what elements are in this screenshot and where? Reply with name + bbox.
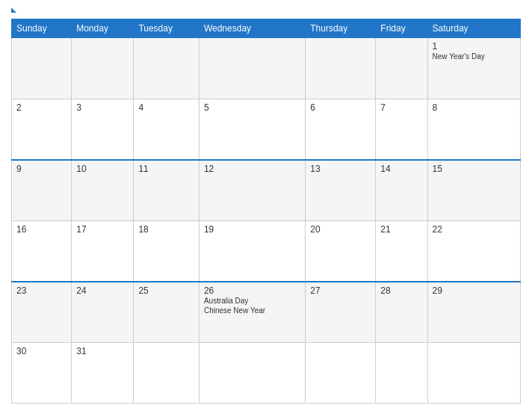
calendar-cell: 27	[306, 282, 376, 343]
weekday-header-monday: Monday	[72, 19, 134, 38]
calendar-cell: 8	[427, 99, 520, 160]
day-number: 10	[76, 164, 129, 174]
week-row-4: 16171819202122	[12, 220, 521, 282]
day-number: 8	[433, 102, 516, 113]
day-number: 26	[204, 285, 300, 296]
day-number: 29	[433, 285, 516, 296]
calendar-cell: 6	[306, 99, 376, 160]
calendar-cell: 13	[306, 160, 376, 221]
day-number: 31	[76, 346, 129, 356]
day-number: 17	[76, 224, 129, 235]
calendar-cell	[427, 342, 520, 404]
calendar-cell: 1New Year's Day	[427, 38, 520, 99]
logo-blue-text	[11, 7, 18, 13]
day-number: 28	[380, 285, 422, 296]
calendar-cell	[199, 38, 305, 99]
calendar-cell: 20	[306, 220, 376, 282]
calendar-header	[11, 7, 521, 13]
day-number: 20	[310, 224, 371, 235]
calendar-cell: 15	[427, 160, 520, 221]
calendar-cell	[12, 38, 72, 99]
calendar-cell	[134, 342, 200, 404]
day-number: 27	[310, 285, 371, 296]
day-number: 19	[204, 224, 300, 235]
weekday-header-tuesday: Tuesday	[134, 19, 200, 38]
calendar-cell	[199, 342, 305, 404]
calendar-cell: 23	[12, 282, 72, 343]
calendar-cell: 28	[376, 282, 427, 343]
calendar-cell: 4	[134, 99, 200, 160]
calendar-container: SundayMondayTuesdayWednesdayThursdayFrid…	[0, 0, 532, 411]
logo-triangle-icon	[11, 7, 16, 13]
day-number: 14	[380, 164, 422, 174]
calendar-cell: 26Australia DayChinese New Year	[199, 282, 305, 343]
calendar-cell: 22	[427, 220, 520, 282]
calendar-cell: 5	[199, 99, 305, 160]
event-label: New Year's Day	[433, 52, 516, 61]
week-row-3: 9101112131415	[12, 160, 521, 221]
weekday-header-thursday: Thursday	[306, 19, 376, 38]
day-number: 9	[16, 164, 66, 174]
calendar-cell: 17	[72, 220, 134, 282]
calendar-cell: 12	[199, 160, 305, 221]
calendar-cell: 24	[72, 282, 134, 343]
day-number: 21	[380, 224, 422, 235]
calendar-cell	[134, 38, 200, 99]
calendar-cell: 19	[199, 220, 305, 282]
week-row-1: 1New Year's Day	[12, 38, 521, 99]
logo	[11, 7, 18, 13]
day-number: 7	[380, 102, 422, 113]
day-number: 23	[16, 285, 66, 296]
calendar-cell: 7	[376, 99, 427, 160]
calendar-cell	[306, 38, 376, 99]
calendar-cell: 10	[72, 160, 134, 221]
calendar-cell: 16	[12, 220, 72, 282]
calendar-cell	[376, 38, 427, 99]
day-number: 3	[76, 102, 129, 113]
week-row-2: 2345678	[12, 99, 521, 160]
day-number: 22	[433, 224, 516, 235]
weekday-header-friday: Friday	[376, 19, 427, 38]
weekday-header-row: SundayMondayTuesdayWednesdayThursdayFrid…	[12, 19, 521, 38]
event-label: Chinese New Year	[204, 306, 300, 315]
calendar-cell	[306, 342, 376, 404]
calendar-cell: 11	[134, 160, 200, 221]
calendar-cell	[376, 342, 427, 404]
week-row-5: 23242526Australia DayChinese New Year272…	[12, 282, 521, 343]
calendar-cell: 21	[376, 220, 427, 282]
calendar-cell: 30	[12, 342, 72, 404]
calendar-cell: 14	[376, 160, 427, 221]
day-number: 2	[16, 102, 66, 113]
day-number: 15	[433, 164, 516, 174]
day-number: 24	[76, 285, 129, 296]
event-label: Australia Day	[204, 296, 300, 306]
day-number: 5	[204, 102, 300, 113]
calendar-cell: 29	[427, 282, 520, 343]
day-number: 12	[204, 164, 300, 174]
weekday-header-sunday: Sunday	[12, 19, 72, 38]
day-number: 18	[138, 224, 194, 235]
day-number: 1	[433, 41, 516, 52]
week-row-6: 3031	[12, 342, 521, 404]
day-number: 11	[138, 164, 194, 174]
day-number: 16	[16, 224, 66, 235]
calendar-cell: 9	[12, 160, 72, 221]
day-number: 4	[138, 102, 194, 113]
calendar-cell: 3	[72, 99, 134, 160]
day-number: 6	[310, 102, 371, 113]
weekday-header-saturday: Saturday	[427, 19, 520, 38]
day-number: 30	[16, 346, 66, 356]
day-number: 13	[310, 164, 371, 174]
calendar-cell: 18	[134, 220, 200, 282]
calendar-cell: 2	[12, 99, 72, 160]
calendar-cell: 25	[134, 282, 200, 343]
calendar-table: SundayMondayTuesdayWednesdayThursdayFrid…	[11, 19, 521, 404]
weekday-header-wednesday: Wednesday	[199, 19, 305, 38]
calendar-cell: 31	[72, 342, 134, 404]
day-number: 25	[138, 285, 194, 296]
calendar-cell	[72, 38, 134, 99]
